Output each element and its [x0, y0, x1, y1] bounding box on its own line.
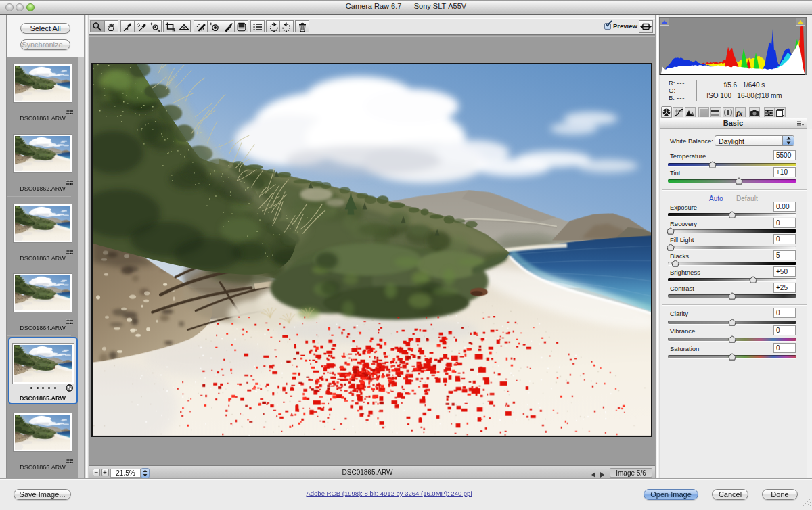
svg-text:fx: fx: [736, 109, 743, 117]
